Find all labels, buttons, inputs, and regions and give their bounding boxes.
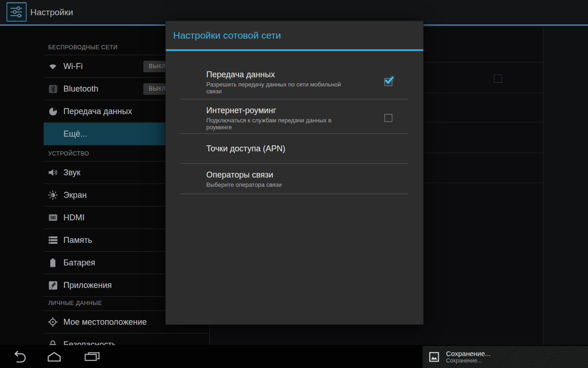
background-checkbox[interactable] (494, 75, 502, 83)
back-button[interactable] (8, 345, 29, 368)
sidebar-item-security[interactable]: Безопасность (44, 334, 209, 345)
home-icon (45, 351, 63, 362)
sidebar-item-label: Безопасность (63, 340, 116, 345)
page-title: Настройки (30, 0, 73, 24)
dialog-title: Настройки сотовой сети (166, 21, 423, 49)
item-title: Передача данных (206, 69, 384, 80)
dialog-item-apn[interactable]: Точки доступа (APN) (166, 134, 423, 163)
bluetooth-icon (48, 84, 57, 93)
recents-icon (85, 352, 100, 361)
item-title: Операторы связи (206, 170, 385, 180)
dialog-divider (180, 194, 408, 194)
item-title: Точки доступа (APN) (206, 144, 385, 154)
recents-button[interactable] (82, 345, 102, 368)
item-subtitle: Выберите оператора связи (206, 181, 385, 188)
roaming-checkbox[interactable] (384, 114, 392, 122)
item-title: Интернет-роуминг (206, 105, 384, 116)
item-subtitle: Подключаться к службам передачи данных в… (206, 117, 384, 131)
sidebar-item-label: Батарея (63, 258, 95, 268)
dialog-item-operators[interactable]: Операторы связи Выберите оператора связи (166, 164, 423, 194)
sidebar-item-label: Экран (63, 190, 87, 200)
checkmark-icon (384, 76, 394, 85)
pane-edge-line (543, 27, 543, 345)
sidebar-item-label: Звук (63, 168, 80, 178)
data-usage-icon (48, 107, 57, 116)
sidebar-item-label: Память (63, 236, 92, 245)
home-button[interactable] (43, 345, 65, 368)
settings-sliders-icon (10, 6, 23, 18)
brightness-icon (48, 190, 57, 200)
battery-icon (48, 258, 57, 267)
sidebar-item-label: Мое местоположение (63, 317, 147, 327)
apps-icon (48, 281, 57, 290)
location-icon (48, 317, 57, 327)
dialog-item-roaming[interactable]: Интернет-роуминг Подключаться к службам … (166, 99, 423, 133)
android-settings-screen: Настройки БЕСПРОВОДНЫЕ СЕТИ Wi-Fi ВЫКЛ (0, 0, 588, 368)
back-icon (11, 351, 27, 362)
saving-notification[interactable]: Сохранение... Сохранение... (423, 346, 588, 368)
image-icon (429, 351, 439, 362)
data-enabled-checkbox[interactable] (384, 78, 392, 86)
wifi-icon (48, 62, 57, 71)
sidebar-item-label: Приложения (63, 281, 112, 290)
sidebar-item-label: HDMI (63, 213, 85, 223)
sidebar-item-label: Ещё... (63, 129, 87, 139)
item-subtitle: Разрешить передачу данных по сети мобиль… (206, 81, 384, 95)
settings-app-icon[interactable] (6, 2, 27, 22)
notification-subtitle: Сохранение... (446, 357, 491, 364)
dialog-item-data-enabled[interactable]: Передача данных Разрешить передачу данны… (166, 51, 423, 99)
sidebar-item-label: Передача данных (63, 107, 132, 116)
hdmi-icon (48, 213, 57, 222)
pane-right-margin (543, 27, 588, 345)
notification-title: Сохранение... (446, 350, 491, 357)
storage-icon (48, 236, 57, 245)
sidebar-item-label: Wi-Fi (63, 62, 83, 71)
sidebar-item-label: Bluetooth (63, 84, 98, 94)
speaker-icon (48, 168, 57, 177)
lock-icon (48, 340, 57, 345)
mobile-network-settings-dialog: Настройки сотовой сети Передача данных Р… (165, 21, 424, 325)
system-navbar: Сохранение... Сохранение... (0, 345, 588, 368)
